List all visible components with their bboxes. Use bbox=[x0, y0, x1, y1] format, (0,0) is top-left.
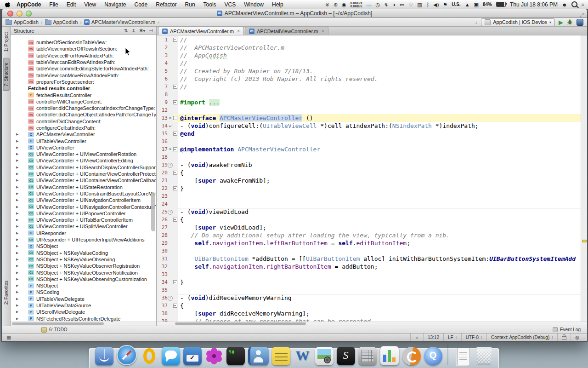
expand-arrow-icon[interactable]: ▶ bbox=[16, 244, 28, 248]
structure-section[interactable]: Fetched results controller bbox=[11, 85, 156, 92]
structure-item[interactable]: mprepareForSegue:sender: bbox=[11, 79, 156, 85]
code-area[interactable]: 1//2// APCMasterViewController.m3// AppC… bbox=[157, 35, 587, 322]
structure-item[interactable]: ▶CtNSObject + NSKeyValueObserverNotifica… bbox=[11, 269, 156, 276]
things-dock-icon[interactable] bbox=[183, 347, 202, 365]
menu-navigate[interactable]: Navigate bbox=[100, 1, 130, 8]
structure-item[interactable]: ▶PUIScrollViewDelegate bbox=[11, 309, 156, 315]
code-line[interactable]: 27 [super viewDidLoad]; bbox=[157, 224, 581, 231]
settings-icon[interactable]: ✱▾ bbox=[139, 28, 145, 33]
override-marker-icon[interactable]: ↑ bbox=[168, 294, 173, 302]
code-line[interactable]: 39 // Dispose of any resources that can … bbox=[157, 317, 581, 322]
structure-item[interactable]: ▶CtUIViewController + UINavigationContro… bbox=[11, 197, 156, 203]
code-line[interactable]: 33 bbox=[157, 270, 581, 278]
scrollbar-thumb[interactable] bbox=[12, 322, 104, 325]
expand-arrow-icon[interactable]: ▶ bbox=[16, 166, 28, 169]
menubar-clock[interactable]: Thu Jul 18 8:06 PM bbox=[510, 2, 558, 7]
code-line[interactable]: 23 bbox=[157, 192, 581, 200]
fold-marker[interactable] bbox=[173, 278, 177, 286]
menu-appcode[interactable]: AppCode bbox=[12, 1, 45, 8]
menu-refactor[interactable]: Refactor bbox=[152, 1, 181, 8]
expand-arrow-icon[interactable]: ▶ bbox=[16, 258, 28, 261]
record-icon[interactable]: ◉ bbox=[342, 2, 346, 7]
flower-dock-icon[interactable] bbox=[205, 347, 223, 365]
structure-item[interactable]: ▶CtUIViewController + UIContainerViewCon… bbox=[11, 177, 156, 184]
code-line[interactable]: 35 bbox=[157, 286, 581, 294]
code-line[interactable]: 29 self.navigationItem.leftBarButtonItem… bbox=[157, 239, 581, 247]
fold-marker[interactable] bbox=[173, 216, 177, 224]
expand-arrow-icon[interactable]: ▶ bbox=[16, 251, 28, 255]
structure-item[interactable]: ▶CUIResponder bbox=[11, 230, 156, 236]
structure-item[interactable]: mcontroller:didChangeSection:atIndex:for… bbox=[11, 105, 156, 111]
code-line[interactable]: 36↑- (void)didReceiveMemoryWarning bbox=[157, 294, 581, 302]
code-line[interactable]: 19↑- (void)awakeFromNib bbox=[157, 161, 581, 169]
menu-view[interactable]: View bbox=[80, 1, 100, 8]
word-dock-icon[interactable] bbox=[294, 347, 312, 365]
menu-edit[interactable]: Edit bbox=[62, 1, 80, 8]
display2-icon[interactable]: ▣ bbox=[474, 2, 479, 7]
keyboard-icon[interactable]: ▥ bbox=[417, 2, 422, 7]
menu-window[interactable]: Window bbox=[240, 1, 268, 8]
code-line[interactable]: 28 // Do any additional setup after load… bbox=[157, 231, 581, 239]
breadcrumb-item[interactable]: AppCodish bbox=[6, 19, 39, 25]
event-log-tab[interactable]: Event Log bbox=[553, 327, 581, 332]
sort-icon[interactable]: ⇅ bbox=[124, 28, 128, 33]
expand-arrow-icon[interactable]: ▶ bbox=[16, 185, 28, 189]
code-line[interactable]: 1// bbox=[157, 36, 581, 44]
code-line[interactable]: 26{ bbox=[157, 216, 581, 224]
expand-arrow-icon[interactable]: ▶ bbox=[16, 224, 28, 228]
fold-marker[interactable] bbox=[173, 83, 177, 91]
code-line[interactable]: 25↑- (void)viewDidLoad bbox=[157, 208, 581, 216]
iphoto-dock-icon[interactable] bbox=[315, 347, 334, 365]
fold-marker[interactable] bbox=[173, 114, 177, 122]
code-line[interactable]: 34} bbox=[157, 278, 581, 286]
override-marker-icon[interactable]: ↑ bbox=[168, 161, 173, 169]
network-speed[interactable]: 0.0KB/s0.0KB/s bbox=[351, 1, 362, 8]
expand-arrow-icon[interactable]: ▶ bbox=[16, 231, 28, 235]
code-line[interactable]: 31 UIBarButtonItem *addButton = [[UIBarB… bbox=[157, 255, 581, 263]
structure-item[interactable]: ▶CtUIViewController + UIStateRestoration bbox=[11, 184, 156, 190]
fold-marker[interactable] bbox=[173, 145, 177, 153]
structure-item[interactable]: ▶CUIViewController bbox=[11, 144, 156, 151]
structure-item[interactable]: ▶CtUIViewController + UISearchDisplayCon… bbox=[11, 164, 156, 171]
run-configuration-selector[interactable]: AppCodish | iOS Device ▾ bbox=[481, 18, 555, 26]
app-indicator-icon[interactable]: ▬ bbox=[366, 2, 371, 7]
title-bar[interactable]: m APCMasterViewController.m – AppCodish … bbox=[2, 9, 587, 18]
notification-center-icon[interactable]: ≡ bbox=[582, 2, 584, 7]
paw-icon[interactable]: ※ bbox=[325, 2, 329, 7]
fold-marker[interactable] bbox=[173, 169, 177, 177]
toolwindow-tab-7-structure[interactable]: 7: Structure bbox=[3, 58, 10, 91]
expand-arrow-icon[interactable]: ▶ bbox=[16, 146, 28, 150]
eject-icon[interactable]: ▲ bbox=[465, 2, 470, 7]
editor-tab[interactable]: mAPCDetailViewController.m× bbox=[245, 27, 328, 35]
terminal-dock-icon[interactable] bbox=[226, 347, 245, 365]
heart-icon[interactable]: ♡ bbox=[408, 2, 413, 7]
charts-dock-icon[interactable] bbox=[380, 346, 399, 365]
bluetooth-icon[interactable]: ᛒ bbox=[426, 2, 430, 7]
structure-item[interactable]: mtableView:cellForRowAtIndexPath: bbox=[11, 52, 156, 59]
cornerstone-dock-icon[interactable] bbox=[402, 347, 421, 365]
menu-run[interactable]: Run bbox=[181, 1, 199, 8]
structure-item[interactable]: mcontrollerDidChangeContent: bbox=[11, 118, 156, 125]
structure-item[interactable]: mcontrollerWillChangeContent: bbox=[11, 98, 156, 105]
expand-arrow-icon[interactable]: ▶ bbox=[16, 212, 28, 215]
structure-item[interactable]: ▶PNSCoding bbox=[11, 289, 156, 295]
structure-item[interactable]: mtableView:canEditRowAtIndexPath: bbox=[11, 59, 156, 65]
code-line[interactable]: 16 bbox=[157, 138, 581, 145]
breadcrumb-item[interactable]: AppCodish bbox=[45, 19, 78, 25]
scrollbar-thumb[interactable] bbox=[175, 322, 306, 325]
contacts-dock-icon[interactable] bbox=[248, 347, 269, 365]
expand-arrow-icon[interactable]: ▶ bbox=[16, 218, 28, 222]
structure-item[interactable]: mcontroller:didChangeObject:atIndexPath:… bbox=[11, 111, 156, 118]
expand-arrow-icon[interactable]: ▶ bbox=[16, 205, 28, 209]
implementation-marker-icon[interactable]: × bbox=[168, 114, 173, 122]
apple-menu-icon[interactable] bbox=[5, 1, 11, 8]
menu-vcs[interactable]: VCS bbox=[220, 1, 240, 8]
expand-arrow-icon[interactable]: ▶ bbox=[16, 172, 28, 176]
structure-item[interactable]: ▶PNSFetchedResultsControllerDelegate bbox=[11, 315, 156, 322]
code-line[interactable]: 17×@implementation APCMasterViewControll… bbox=[157, 145, 581, 153]
time-machine-icon[interactable]: ◷ bbox=[375, 2, 380, 7]
warning-stripe-mark[interactable] bbox=[582, 240, 587, 242]
code-line[interactable]: 7// bbox=[157, 83, 581, 91]
editor-tab[interactable]: mAPCMasterViewController.m× bbox=[158, 27, 244, 35]
code-line[interactable]: 4// bbox=[157, 59, 581, 67]
